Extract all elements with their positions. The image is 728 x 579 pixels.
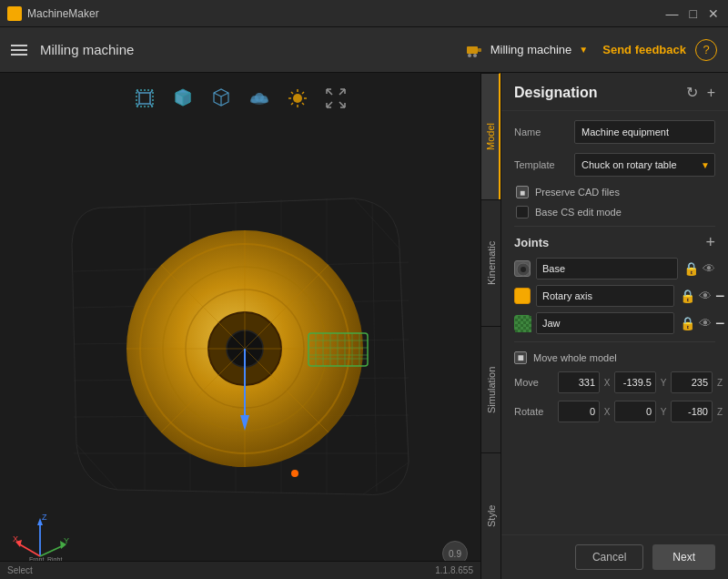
send-feedback-button[interactable]: Send feedback [602, 43, 686, 56]
svg-rect-104 [515, 327, 518, 330]
status-right: 1.1.8.655 [435, 565, 473, 575]
svg-rect-93 [521, 316, 523, 319]
joint-eye-base[interactable]: 👁 [703, 261, 715, 276]
move-coord-group: X Y Z [558, 371, 724, 393]
rotate-y-axis: Y [659, 407, 668, 417]
joint-lock-jaw[interactable]: 🔒 [680, 316, 695, 330]
title-bar: MachineMaker — □ ✕ [0, 0, 728, 27]
maximize-button[interactable]: □ [688, 7, 699, 20]
template-select-wrap: Chuck on rotary table Standard chuck Tai… [574, 153, 715, 177]
toolbar-expand[interactable] [321, 84, 350, 113]
rotate-z-input[interactable] [671, 401, 713, 422]
rotate-x-axis: X [602, 407, 612, 417]
viewport[interactable]: Z X Y Front Right 0.9 Select 1.1.8.655 [0, 73, 480, 579]
svg-line-31 [302, 92, 304, 94]
rotate-z-axis: Z [715, 407, 724, 417]
template-select[interactable]: Chuck on rotary table Standard chuck Tai… [574, 153, 715, 177]
move-x-input[interactable] [558, 371, 600, 393]
svg-point-3 [473, 54, 477, 57]
toolbar-cloud[interactable] [245, 84, 274, 113]
svg-rect-101 [518, 324, 521, 327]
joint-eye-jaw[interactable]: 👁 [699, 316, 712, 330]
joint-lock-base[interactable]: 🔒 [683, 261, 699, 276]
svg-rect-98 [515, 321, 518, 324]
move-z-axis: Z [715, 378, 724, 388]
minimize-button[interactable]: — [664, 7, 681, 20]
svg-rect-0 [467, 46, 478, 54]
toolbar-cube-wire[interactable] [207, 84, 236, 113]
machine-icon [465, 41, 483, 59]
hamburger-menu[interactable] [11, 45, 27, 56]
svg-rect-106 [526, 327, 529, 330]
tab-kinematic[interactable]: Kinematic [481, 199, 500, 326]
tab-simulation[interactable]: Simulation [481, 326, 500, 452]
machine-dropdown-arrow[interactable]: ▼ [579, 45, 588, 55]
base-cs-row: Base CS edit mode [516, 206, 715, 218]
panel-title: Designation [514, 85, 598, 101]
next-button[interactable]: Next [652, 544, 715, 570]
toolbar-light[interactable] [283, 84, 312, 113]
template-row: Template Chuck on rotary table Standard … [514, 153, 715, 177]
svg-rect-22 [250, 99, 268, 103]
help-button[interactable]: ? [695, 39, 717, 61]
joint-name-jaw[interactable] [536, 312, 674, 334]
panel-add-button[interactable]: + [707, 84, 715, 101]
3d-model-svg [54, 162, 445, 508]
refresh-button[interactable]: ↻ [686, 84, 698, 101]
svg-rect-92 [515, 316, 518, 319]
lock-icon-rotary: 🔒 [680, 289, 695, 303]
svg-line-30 [291, 103, 293, 105]
tab-style[interactable]: Style [481, 452, 500, 579]
joint-remove-jaw[interactable]: − [715, 315, 725, 331]
preserve-cad-row: ■ Preserve CAD files [516, 186, 715, 198]
move-y-axis: Y [659, 378, 668, 388]
svg-rect-107 [518, 330, 521, 332]
joint-lock-rotary[interactable]: 🔒 [680, 289, 695, 303]
joint-actions-base: 🔒 👁 [683, 261, 715, 276]
panel-body: Name Template Chuck on rotary table Stan… [501, 111, 728, 534]
svg-text:Z: Z [42, 513, 47, 522]
move-z-input[interactable] [671, 371, 713, 393]
joint-name-rotary[interactable] [536, 285, 674, 307]
svg-line-15 [214, 93, 221, 96]
toolbar-cube-solid[interactable] [168, 84, 197, 113]
move-whole-model-checkbox[interactable]: ■ [514, 351, 527, 364]
joint-eye-rotary[interactable]: 👁 [699, 289, 712, 303]
svg-marker-4 [139, 93, 150, 104]
svg-rect-108 [523, 330, 526, 332]
joint-remove-rotary[interactable]: − [715, 288, 725, 304]
svg-line-16 [221, 93, 228, 96]
eye-icon-rotary: 👁 [699, 289, 712, 303]
rotate-coord-row: Rotate X Y Z [514, 401, 715, 422]
rotate-x-input[interactable] [558, 401, 600, 422]
preserve-cad-checkbox[interactable]: ■ [516, 186, 529, 198]
base-cs-checkbox[interactable] [516, 206, 529, 218]
joint-name-base[interactable] [536, 258, 678, 279]
svg-line-35 [339, 102, 345, 107]
svg-rect-1 [478, 48, 481, 52]
divider-1 [514, 226, 715, 227]
panel-header: Designation ↻ + [501, 73, 728, 111]
name-input[interactable] [574, 120, 715, 144]
joints-header: Joints + [514, 234, 715, 250]
joint-item-base: 🔒 👁 [514, 258, 715, 279]
joint-actions-jaw: 🔒 👁 − [680, 315, 725, 331]
svg-rect-100 [526, 321, 529, 324]
svg-line-28 [291, 92, 293, 94]
toolbar-cube-outline[interactable] [130, 84, 159, 113]
main-area: Z X Y Front Right 0.9 Select 1.1.8.655 M… [0, 73, 728, 579]
preserve-cad-check: ■ [520, 188, 525, 198]
joint-color-base [514, 260, 531, 277]
joints-add-button[interactable]: + [705, 234, 715, 250]
cancel-button[interactable]: Cancel [575, 544, 643, 570]
svg-line-81 [18, 543, 40, 556]
move-y-input[interactable] [614, 371, 656, 393]
panel-footer: Cancel Next [501, 534, 728, 579]
svg-line-34 [327, 102, 332, 107]
move-label: Move [514, 377, 554, 388]
rotate-y-input[interactable] [614, 401, 656, 422]
svg-rect-95 [518, 319, 521, 321]
tab-model[interactable]: Model [481, 73, 500, 199]
close-button[interactable]: ✕ [706, 7, 721, 20]
window-controls: — □ ✕ [664, 7, 721, 20]
